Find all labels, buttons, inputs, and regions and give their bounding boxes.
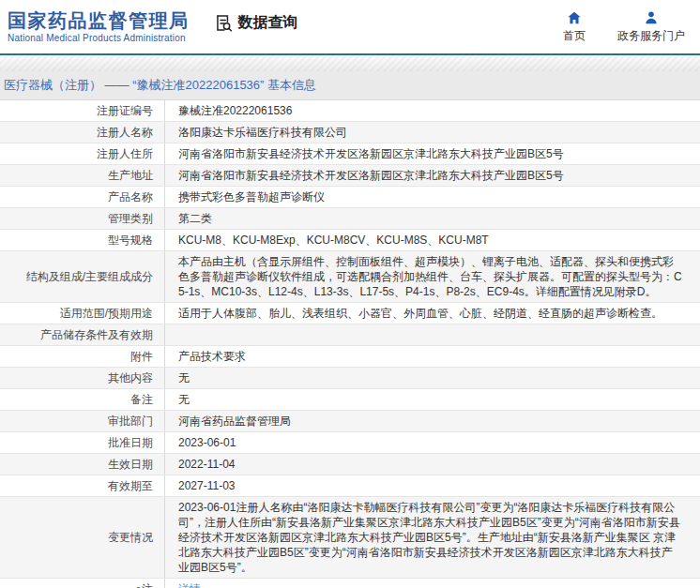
row-label: 审批部门 bbox=[0, 411, 165, 431]
table-row: 适用范围/预期用途 适用于人体腹部、胎儿、浅表组织、小器官、外周血管、心脏、经阴… bbox=[0, 303, 700, 324]
breadcrumb-band: 医疗器械（注册） —— “豫械注准20222061536” 基本信息 bbox=[0, 71, 700, 99]
table-row: 生产地址 河南省洛阳市新安县经济技术开发区洛新园区京津北路东大科技产业园B区5号 bbox=[0, 165, 700, 187]
row-value: 无 bbox=[165, 368, 700, 388]
row-label: 有效期至 bbox=[0, 475, 165, 496]
table-row: 备注 无 bbox=[0, 389, 700, 411]
table-row: 生效日期 2022-11-04 bbox=[0, 454, 700, 475]
row-label: 其他内容 bbox=[0, 368, 165, 388]
row-value: 详情 bbox=[165, 579, 700, 588]
site-header: 国家药品监督管理局 National Medical Products Admi… bbox=[0, 0, 700, 53]
table-row: 注册人名称 洛阳康达卡乐福医疗科技有限公司 bbox=[0, 122, 700, 143]
nav-portal[interactable]: 政务服务门户 bbox=[617, 10, 685, 44]
breadcrumb: 医疗器械（注册） —— “豫械注准20222061536” 基本信息 bbox=[4, 77, 316, 94]
row-label: 附件 bbox=[0, 346, 165, 367]
table-row: 管理类别 第二类 bbox=[0, 208, 700, 230]
nav-home[interactable]: 首页 bbox=[563, 10, 586, 44]
table-row: 变更情况 2023-06-01注册人名称由“洛阳康达卡勒幅医疗科技有限公司”变更… bbox=[0, 497, 700, 579]
row-label: 注册人住所 bbox=[0, 143, 165, 164]
table-row: 附件 产品技术要求 bbox=[0, 346, 700, 368]
row-label: 结构及组成/主要组成成分 bbox=[0, 251, 165, 302]
row-value: 适用于人体腹部、胎儿、浅表组织、小器官、外周血管、心脏、经阴道、经直肠的超声诊断… bbox=[165, 303, 700, 324]
registration-info-table: 注册证编号 豫械注准20222061536 注册人名称 洛阳康达卡乐福医疗科技有… bbox=[0, 99, 700, 588]
row-value bbox=[165, 324, 700, 345]
table-row: 产品储存条件及有效期 bbox=[0, 324, 700, 346]
detail-link[interactable]: 详情 bbox=[178, 581, 201, 588]
row-value: 第二类 bbox=[165, 208, 700, 229]
table-row: 有效期至 2027-11-03 bbox=[0, 475, 700, 497]
row-value: 洛阳康达卡乐福医疗科技有限公司 bbox=[165, 122, 700, 143]
row-value: 无 bbox=[165, 389, 700, 410]
document-search-icon bbox=[214, 13, 234, 33]
row-value: 河南省洛阳市新安县经济技术开发区洛新园区京津北路东大科技产业园B区5号 bbox=[165, 143, 700, 164]
table-row: 注册人住所 河南省洛阳市新安县经济技术开发区洛新园区京津北路东大科技产业园B区5… bbox=[0, 143, 700, 165]
row-label: ●注 bbox=[0, 579, 165, 588]
row-value: 2022-11-04 bbox=[165, 454, 700, 475]
user-icon bbox=[644, 10, 659, 25]
nav-home-label: 首页 bbox=[563, 28, 586, 44]
table-row: 产品名称 携带式彩色多普勒超声诊断仪 bbox=[0, 187, 700, 208]
row-value: 河南省洛阳市新安县经济技术开发区洛新园区京津北路东大科技产业园B区5号 bbox=[165, 165, 700, 186]
row-label: 产品名称 bbox=[0, 187, 165, 207]
nmpa-logo[interactable]: 国家药品监督管理局 National Medical Products Admi… bbox=[8, 9, 190, 44]
row-label: 生产地址 bbox=[0, 165, 165, 186]
data-query-label: 数据查询 bbox=[238, 13, 298, 33]
row-value: 豫械注准20222061536 bbox=[165, 100, 700, 121]
table-row: ●注 详情 bbox=[0, 579, 700, 588]
table-row: 注册证编号 豫械注准20222061536 bbox=[0, 100, 700, 122]
row-label: 适用范围/预期用途 bbox=[0, 303, 165, 324]
main-content: 注册证编号 豫械注准20222061536 注册人名称 洛阳康达卡乐福医疗科技有… bbox=[0, 99, 700, 588]
table-row: 审批部门 河南省药品监督管理局 bbox=[0, 411, 700, 432]
data-query-nav[interactable]: 数据查询 bbox=[214, 13, 298, 33]
row-value: 产品技术要求 bbox=[165, 346, 700, 367]
row-value: 2023-06-01注册人名称由“洛阳康达卡勒幅医疗科技有限公司”变更为“洛阳康… bbox=[165, 497, 700, 578]
row-label: 注册人名称 bbox=[0, 122, 165, 143]
hatch-strip bbox=[0, 55, 700, 71]
row-label: 产品储存条件及有效期 bbox=[0, 324, 165, 345]
row-label: 型号规格 bbox=[0, 230, 165, 250]
row-label: 变更情况 bbox=[0, 497, 165, 578]
row-value: 2023-06-01 bbox=[165, 432, 700, 453]
table-row: 结构及组成/主要组成成分 本产品由主机（含显示屏组件、控制面板组件、超声模块）、… bbox=[0, 251, 700, 303]
logo-title: 国家药品监督管理局 bbox=[8, 9, 190, 32]
row-value: 2027-11-03 bbox=[165, 475, 700, 496]
row-label: 备注 bbox=[0, 389, 165, 410]
home-icon bbox=[567, 10, 582, 25]
row-value: KCU-M8、KCU-M8Exp、KCU-M8CV、KCU-M8S、KCU-M8… bbox=[165, 230, 700, 250]
row-label: 注册证编号 bbox=[0, 100, 165, 121]
row-value: 本产品由主机（含显示屏组件、控制面板组件、超声模块）、锂离子电池、适配器、探头和… bbox=[165, 251, 700, 302]
table-row: 型号规格 KCU-M8、KCU-M8Exp、KCU-M8CV、KCU-M8S、K… bbox=[0, 230, 700, 251]
nav-portal-label: 政务服务门户 bbox=[617, 28, 685, 44]
row-label: 生效日期 bbox=[0, 454, 165, 475]
row-label: 批准日期 bbox=[0, 432, 165, 453]
table-row: 批准日期 2023-06-01 bbox=[0, 432, 700, 454]
logo-subtitle: National Medical Products Administration bbox=[8, 32, 190, 44]
table-row: 其他内容 无 bbox=[0, 368, 700, 389]
row-value: 河南省药品监督管理局 bbox=[165, 411, 700, 431]
header-nav: 首页 政务服务门户 bbox=[563, 10, 685, 44]
row-label: 管理类别 bbox=[0, 208, 165, 229]
row-value: 携带式彩色多普勒超声诊断仪 bbox=[165, 187, 700, 207]
